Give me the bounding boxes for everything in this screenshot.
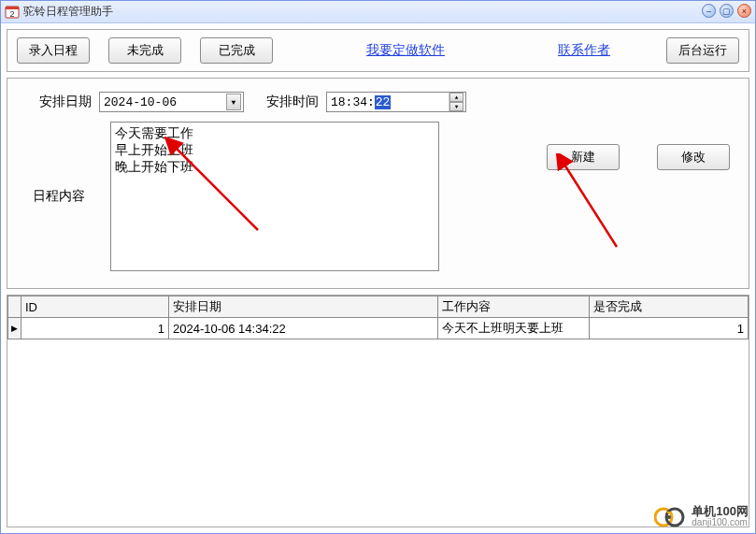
maximize-button[interactable]: ▢	[720, 4, 734, 18]
date-dropdown-icon[interactable]: ▼	[226, 94, 241, 110]
watermark-cn: 单机100网	[692, 506, 749, 517]
cell-content: 今天不上班明天要上班	[438, 318, 590, 339]
window-controls: – ▢ ×	[702, 4, 751, 18]
date-time-row: 安排日期 2024-10-06 ▼ 安排时间 18:34:22 ▲ ▼	[39, 92, 739, 112]
date-input[interactable]: 2024-10-06 ▼	[99, 92, 244, 112]
table-row[interactable]: ▶ 1 2024-10-06 14:34:22 今天不上班明天要上班 1	[8, 318, 749, 339]
app-window: 2 驼铃日程管理助手 – ▢ × 录入日程 未完成 已完成 我要定做软件 联系作…	[0, 0, 756, 534]
new-button[interactable]: 新建	[547, 144, 620, 170]
toolbar-panel: 录入日程 未完成 已完成 我要定做软件 联系作者 后台运行	[7, 29, 749, 72]
incomplete-button[interactable]: 未完成	[108, 37, 181, 64]
cell-done: 1	[590, 318, 749, 339]
side-buttons: 新建 修改	[547, 144, 730, 170]
watermark-text: 单机100网 danji100.com	[692, 506, 749, 528]
client-area: 录入日程 未完成 已完成 我要定做软件 联系作者 后台运行 安排日期 2024-…	[1, 23, 755, 533]
row-header-blank	[8, 296, 21, 318]
run-background-button[interactable]: 后台运行	[666, 37, 739, 64]
cell-date: 2024-10-06 14:34:22	[169, 318, 438, 339]
svg-point-9	[667, 515, 671, 519]
titlebar: 2 驼铃日程管理助手 – ▢ ×	[1, 1, 755, 23]
edit-button[interactable]: 修改	[657, 144, 730, 170]
time-spinner: ▲ ▼	[449, 93, 464, 111]
col-date[interactable]: 安排日期	[169, 296, 438, 318]
content-label: 日程内容	[17, 188, 101, 205]
watermark: 单机100网 danji100.com	[654, 506, 749, 528]
svg-rect-10	[667, 512, 671, 513]
minimize-button[interactable]: –	[702, 4, 716, 18]
window-title: 驼铃日程管理助手	[23, 4, 113, 20]
date-value: 2024-10-06	[104, 95, 177, 109]
table-header-row: ID 安排日期 工作内容 是否完成	[8, 296, 749, 318]
cell-id: 1	[21, 318, 169, 339]
contact-author-link[interactable]: 联系作者	[558, 42, 610, 59]
enter-schedule-button[interactable]: 录入日程	[17, 37, 90, 64]
close-button[interactable]: ×	[737, 4, 751, 18]
date-label: 安排日期	[39, 94, 92, 110]
watermark-en: danji100.com	[692, 517, 749, 528]
schedule-table[interactable]: ID 安排日期 工作内容 是否完成 ▶ 1 2024-10-06 14:34:2…	[7, 296, 749, 339]
form-panel: 安排日期 2024-10-06 ▼ 安排时间 18:34:22 ▲ ▼ 日程内容…	[7, 78, 749, 289]
app-icon: 2	[5, 5, 20, 20]
spin-up-icon[interactable]: ▲	[449, 93, 464, 102]
grid-panel: ID 安排日期 工作内容 是否完成 ▶ 1 2024-10-06 14:34:2…	[7, 295, 749, 527]
time-value: 18:34:22	[331, 95, 391, 109]
row-indicator-icon: ▶	[8, 318, 21, 339]
col-id[interactable]: ID	[21, 296, 169, 318]
content-textarea[interactable]: 今天需要工作 早上开始上班 晚上开始下班	[110, 122, 439, 271]
watermark-logo-icon	[654, 507, 686, 527]
complete-button[interactable]: 已完成	[200, 37, 273, 64]
col-done[interactable]: 是否完成	[590, 296, 749, 318]
time-label: 安排时间	[266, 94, 319, 110]
spin-down-icon[interactable]: ▼	[449, 102, 464, 111]
svg-text:2: 2	[9, 9, 14, 19]
time-input[interactable]: 18:34:22 ▲ ▼	[326, 92, 466, 112]
custom-software-link[interactable]: 我要定做软件	[366, 42, 445, 59]
col-content[interactable]: 工作内容	[438, 296, 590, 318]
